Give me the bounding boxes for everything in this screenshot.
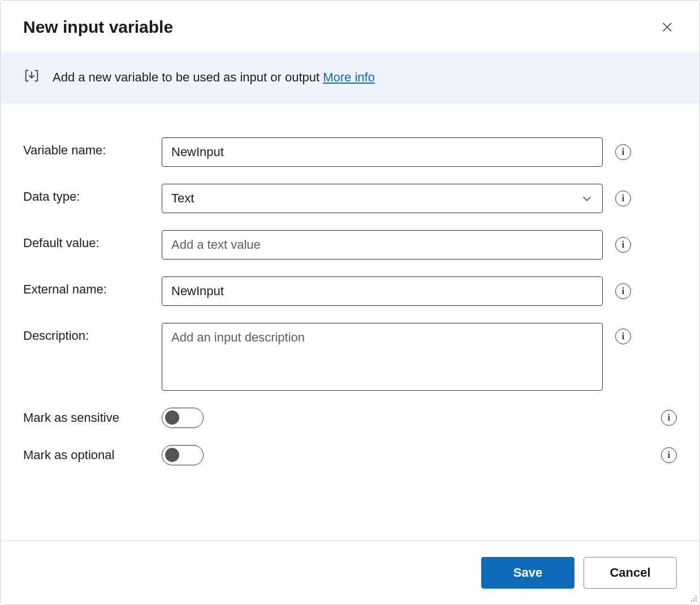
resize-grip-icon[interactable]	[688, 593, 698, 603]
svg-point-4	[693, 598, 695, 600]
label-variable-name: Variable name:	[23, 137, 162, 158]
row-variable-name: Variable name: i	[23, 137, 677, 167]
label-default-value: Default value:	[23, 230, 162, 250]
row-description: Description: i	[23, 323, 677, 391]
mark-sensitive-toggle[interactable]	[162, 408, 204, 428]
cancel-button[interactable]: Cancel	[584, 557, 677, 589]
label-external-name: External name:	[23, 276, 162, 297]
label-mark-sensitive: Mark as sensitive	[23, 410, 162, 425]
row-external-name: External name: i	[23, 276, 677, 306]
svg-point-3	[695, 596, 697, 598]
data-type-select[interactable]: Text	[162, 184, 603, 213]
close-icon	[661, 21, 673, 33]
label-description: Description:	[23, 323, 162, 343]
info-icon[interactable]: i	[615, 237, 631, 253]
external-name-input[interactable]	[162, 276, 603, 306]
more-info-link[interactable]: More info	[323, 70, 375, 84]
svg-point-5	[695, 598, 697, 600]
form-area: Variable name: i Data type: Text i Defau…	[1, 103, 699, 541]
svg-point-8	[695, 600, 697, 602]
info-icon[interactable]: i	[615, 144, 631, 160]
new-input-variable-dialog: New input variable Add a new variable to…	[0, 0, 700, 605]
label-data-type: Data type:	[23, 184, 162, 204]
default-value-input[interactable]	[162, 230, 603, 260]
toggle-knob	[165, 448, 179, 462]
svg-point-6	[691, 600, 693, 602]
info-icon[interactable]: i	[615, 191, 631, 206]
svg-point-7	[693, 600, 695, 602]
info-banner: Add a new variable to be used as input o…	[1, 51, 699, 103]
banner-text-content: Add a new variable to be used as input o…	[53, 70, 323, 84]
row-mark-sensitive: Mark as sensitive i	[23, 408, 677, 428]
info-icon[interactable]: i	[661, 447, 677, 463]
mark-optional-toggle[interactable]	[162, 445, 204, 465]
info-icon[interactable]: i	[615, 283, 631, 299]
data-type-value: Text	[171, 191, 194, 206]
chevron-down-icon	[581, 192, 593, 205]
toggle-knob	[165, 410, 179, 425]
dialog-header: New input variable	[1, 1, 699, 51]
row-default-value: Default value: i	[23, 230, 677, 260]
info-icon[interactable]: i	[615, 329, 631, 344]
description-input[interactable]	[162, 323, 603, 391]
dialog-footer: Save Cancel	[1, 541, 699, 604]
dialog-title: New input variable	[23, 18, 173, 37]
banner-text: Add a new variable to be used as input o…	[53, 70, 375, 85]
info-icon[interactable]: i	[661, 410, 677, 426]
close-button[interactable]	[658, 18, 677, 37]
row-data-type: Data type: Text i	[23, 184, 677, 213]
row-mark-optional: Mark as optional i	[23, 445, 677, 465]
label-mark-optional: Mark as optional	[23, 448, 162, 463]
save-button[interactable]: Save	[481, 557, 574, 589]
input-variable-icon	[23, 67, 40, 88]
variable-name-input[interactable]	[162, 137, 603, 167]
